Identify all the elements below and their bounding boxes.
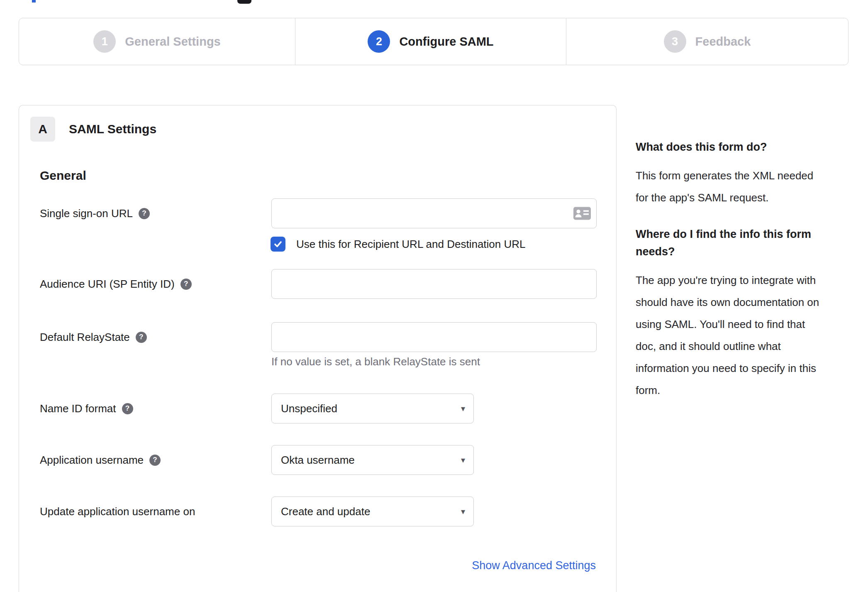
- audience-uri-help-icon[interactable]: ?: [180, 279, 192, 290]
- step-3-feedback[interactable]: 3 Feedback: [566, 18, 848, 65]
- relay-state-label: Default RelayState: [40, 331, 130, 344]
- general-group-title: General: [40, 169, 86, 183]
- name-id-format-label-group: Name ID format ?: [40, 402, 271, 415]
- help-answer-1: This form generates the XML needed for t…: [636, 165, 868, 209]
- sso-url-input[interactable]: [271, 198, 597, 228]
- step-1-number-badge: 1: [93, 30, 116, 53]
- audience-uri-input[interactable]: [271, 269, 597, 299]
- relay-state-input-wrap: [271, 322, 597, 352]
- sso-url-label: Single sign-on URL: [40, 207, 133, 220]
- section-title: SAML Settings: [69, 117, 156, 142]
- audience-uri-label: Audience URI (SP Entity ID): [40, 278, 175, 291]
- relay-state-input[interactable]: [271, 322, 597, 352]
- relay-state-helper-text: If no value is set, a blank RelayState i…: [271, 355, 480, 368]
- form-row-update-username-on: Update application username on Create an…: [40, 497, 474, 526]
- top-edge-dark-fragment: [237, 0, 251, 4]
- application-username-help-icon[interactable]: ?: [149, 455, 161, 466]
- check-icon: [273, 239, 283, 249]
- recipient-destination-checkbox[interactable]: [271, 237, 285, 252]
- step-2-configure-saml[interactable]: 2 Configure SAML: [295, 18, 566, 65]
- step-3-label: Feedback: [695, 35, 751, 49]
- update-username-label: Update application username on: [40, 505, 195, 518]
- application-username-label-group: Application username ?: [40, 454, 271, 467]
- help-question-2: Where do I find the info this form needs…: [636, 225, 868, 260]
- audience-uri-input-wrap: [271, 269, 597, 299]
- chevron-down-icon: ▾: [461, 456, 465, 464]
- help-question-1: What does this form do?: [636, 138, 868, 156]
- contact-card-icon: [573, 207, 591, 220]
- form-row-sso-url: Single sign-on URL ?: [40, 198, 597, 228]
- name-id-format-help-icon[interactable]: ?: [122, 403, 133, 414]
- wizard-stepper: 1 General Settings 2 Configure SAML 3 Fe…: [19, 18, 848, 65]
- form-row-name-id-format: Name ID format ? Unspecified ▾: [40, 394, 474, 423]
- application-username-label: Application username: [40, 454, 144, 467]
- step-2-number-badge: 2: [368, 30, 390, 53]
- step-2-label: Configure SAML: [399, 35, 493, 49]
- update-username-select[interactable]: Create and update ▾: [271, 497, 474, 526]
- show-advanced-settings-link[interactable]: Show Advanced Settings: [472, 559, 596, 572]
- name-id-format-value: Unspecified: [281, 402, 337, 415]
- relay-state-label-group: Default RelayState ?: [40, 331, 271, 344]
- help-sidebar: What does this form do? This form genera…: [636, 138, 868, 401]
- name-id-format-label: Name ID format: [40, 402, 116, 415]
- update-username-label-group: Update application username on: [40, 505, 271, 518]
- chevron-down-icon: ▾: [461, 404, 465, 413]
- form-row-application-username: Application username ? Okta username ▾: [40, 445, 474, 475]
- form-row-relay-state: Default RelayState ?: [40, 322, 597, 352]
- audience-uri-label-group: Audience URI (SP Entity ID) ?: [40, 278, 271, 291]
- relay-state-help-icon[interactable]: ?: [136, 332, 147, 343]
- section-a-badge: A: [30, 117, 55, 142]
- step-1-general-settings[interactable]: 1 General Settings: [19, 18, 295, 65]
- step-1-label: General Settings: [125, 35, 220, 49]
- sso-checkbox-row: Use this for Recipient URL and Destinati…: [271, 237, 526, 252]
- chevron-down-icon: ▾: [461, 507, 465, 516]
- form-row-audience-uri: Audience URI (SP Entity ID) ?: [40, 269, 597, 299]
- sso-url-help-icon[interactable]: ?: [139, 208, 150, 219]
- top-edge-blue-fragment: [32, 0, 36, 2]
- recipient-destination-checkbox-label: Use this for Recipient URL and Destinati…: [296, 238, 526, 251]
- saml-settings-panel: A SAML Settings General Single sign-on U…: [19, 105, 617, 592]
- update-username-value: Create and update: [281, 505, 370, 518]
- application-username-select[interactable]: Okta username ▾: [271, 445, 474, 475]
- application-username-value: Okta username: [281, 454, 355, 467]
- sso-url-input-wrap: [271, 198, 597, 228]
- sso-url-label-group: Single sign-on URL ?: [40, 207, 271, 220]
- name-id-format-select[interactable]: Unspecified ▾: [271, 394, 474, 423]
- help-answer-2: The app you're trying to integrate with …: [636, 269, 868, 401]
- step-3-number-badge: 3: [664, 30, 686, 53]
